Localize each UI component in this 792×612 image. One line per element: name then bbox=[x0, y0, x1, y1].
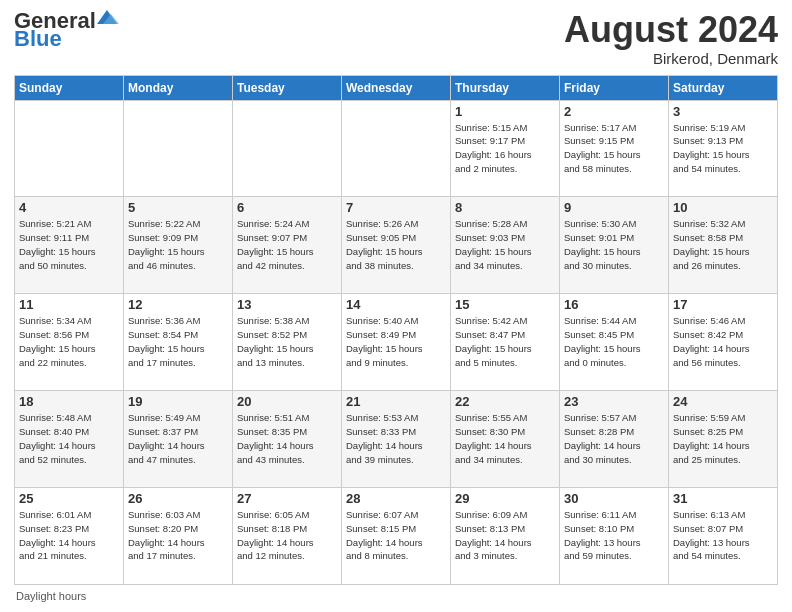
day-number: 6 bbox=[237, 200, 337, 215]
calendar-cell: 17Sunrise: 5:46 AM Sunset: 8:42 PM Dayli… bbox=[669, 294, 778, 391]
calendar-cell: 3Sunrise: 5:19 AM Sunset: 9:13 PM Daylig… bbox=[669, 100, 778, 197]
day-info: Sunrise: 5:19 AM Sunset: 9:13 PM Dayligh… bbox=[673, 121, 773, 176]
day-info: Sunrise: 5:28 AM Sunset: 9:03 PM Dayligh… bbox=[455, 217, 555, 272]
day-number: 26 bbox=[128, 491, 228, 506]
day-number: 11 bbox=[19, 297, 119, 312]
day-number: 28 bbox=[346, 491, 446, 506]
day-number: 3 bbox=[673, 104, 773, 119]
day-number: 17 bbox=[673, 297, 773, 312]
calendar-cell: 6Sunrise: 5:24 AM Sunset: 9:07 PM Daylig… bbox=[233, 197, 342, 294]
day-info: Sunrise: 6:05 AM Sunset: 8:18 PM Dayligh… bbox=[237, 508, 337, 563]
location: Birkerod, Denmark bbox=[564, 50, 778, 67]
calendar-cell: 30Sunrise: 6:11 AM Sunset: 8:10 PM Dayli… bbox=[560, 488, 669, 585]
calendar-cell: 11Sunrise: 5:34 AM Sunset: 8:56 PM Dayli… bbox=[15, 294, 124, 391]
calendar-cell: 28Sunrise: 6:07 AM Sunset: 8:15 PM Dayli… bbox=[342, 488, 451, 585]
day-info: Sunrise: 5:15 AM Sunset: 9:17 PM Dayligh… bbox=[455, 121, 555, 176]
header: General Blue August 2024 Birkerod, Denma… bbox=[14, 10, 778, 67]
day-info: Sunrise: 6:01 AM Sunset: 8:23 PM Dayligh… bbox=[19, 508, 119, 563]
day-number: 29 bbox=[455, 491, 555, 506]
calendar-cell: 7Sunrise: 5:26 AM Sunset: 9:05 PM Daylig… bbox=[342, 197, 451, 294]
col-sunday: Sunday bbox=[15, 75, 124, 100]
calendar-cell: 8Sunrise: 5:28 AM Sunset: 9:03 PM Daylig… bbox=[451, 197, 560, 294]
logo: General Blue bbox=[14, 10, 119, 50]
calendar-cell: 24Sunrise: 5:59 AM Sunset: 8:25 PM Dayli… bbox=[669, 391, 778, 488]
day-info: Sunrise: 5:55 AM Sunset: 8:30 PM Dayligh… bbox=[455, 411, 555, 466]
col-wednesday: Wednesday bbox=[342, 75, 451, 100]
calendar-cell: 10Sunrise: 5:32 AM Sunset: 8:58 PM Dayli… bbox=[669, 197, 778, 294]
calendar-cell: 4Sunrise: 5:21 AM Sunset: 9:11 PM Daylig… bbox=[15, 197, 124, 294]
day-info: Sunrise: 5:51 AM Sunset: 8:35 PM Dayligh… bbox=[237, 411, 337, 466]
calendar-cell bbox=[342, 100, 451, 197]
day-info: Sunrise: 5:57 AM Sunset: 8:28 PM Dayligh… bbox=[564, 411, 664, 466]
day-number: 14 bbox=[346, 297, 446, 312]
calendar-cell: 2Sunrise: 5:17 AM Sunset: 9:15 PM Daylig… bbox=[560, 100, 669, 197]
page: General Blue August 2024 Birkerod, Denma… bbox=[0, 0, 792, 612]
week-row-3: 11Sunrise: 5:34 AM Sunset: 8:56 PM Dayli… bbox=[15, 294, 778, 391]
day-info: Sunrise: 6:03 AM Sunset: 8:20 PM Dayligh… bbox=[128, 508, 228, 563]
day-info: Sunrise: 5:38 AM Sunset: 8:52 PM Dayligh… bbox=[237, 314, 337, 369]
calendar-cell: 23Sunrise: 5:57 AM Sunset: 8:28 PM Dayli… bbox=[560, 391, 669, 488]
calendar-cell: 14Sunrise: 5:40 AM Sunset: 8:49 PM Dayli… bbox=[342, 294, 451, 391]
calendar-cell: 13Sunrise: 5:38 AM Sunset: 8:52 PM Dayli… bbox=[233, 294, 342, 391]
calendar-cell: 25Sunrise: 6:01 AM Sunset: 8:23 PM Dayli… bbox=[15, 488, 124, 585]
calendar-cell: 20Sunrise: 5:51 AM Sunset: 8:35 PM Dayli… bbox=[233, 391, 342, 488]
day-number: 1 bbox=[455, 104, 555, 119]
day-info: Sunrise: 5:22 AM Sunset: 9:09 PM Dayligh… bbox=[128, 217, 228, 272]
month-title: August 2024 bbox=[564, 10, 778, 50]
day-info: Sunrise: 5:34 AM Sunset: 8:56 PM Dayligh… bbox=[19, 314, 119, 369]
col-thursday: Thursday bbox=[451, 75, 560, 100]
day-info: Sunrise: 5:40 AM Sunset: 8:49 PM Dayligh… bbox=[346, 314, 446, 369]
col-tuesday: Tuesday bbox=[233, 75, 342, 100]
day-info: Sunrise: 6:09 AM Sunset: 8:13 PM Dayligh… bbox=[455, 508, 555, 563]
calendar-cell bbox=[233, 100, 342, 197]
calendar-cell: 5Sunrise: 5:22 AM Sunset: 9:09 PM Daylig… bbox=[124, 197, 233, 294]
day-info: Sunrise: 5:48 AM Sunset: 8:40 PM Dayligh… bbox=[19, 411, 119, 466]
calendar-cell: 15Sunrise: 5:42 AM Sunset: 8:47 PM Dayli… bbox=[451, 294, 560, 391]
day-info: Sunrise: 5:21 AM Sunset: 9:11 PM Dayligh… bbox=[19, 217, 119, 272]
calendar-header-row: Sunday Monday Tuesday Wednesday Thursday… bbox=[15, 75, 778, 100]
calendar-cell: 9Sunrise: 5:30 AM Sunset: 9:01 PM Daylig… bbox=[560, 197, 669, 294]
footer-note: Daylight hours bbox=[14, 590, 778, 602]
day-info: Sunrise: 5:59 AM Sunset: 8:25 PM Dayligh… bbox=[673, 411, 773, 466]
day-number: 30 bbox=[564, 491, 664, 506]
day-number: 31 bbox=[673, 491, 773, 506]
col-saturday: Saturday bbox=[669, 75, 778, 100]
day-number: 15 bbox=[455, 297, 555, 312]
day-info: Sunrise: 5:30 AM Sunset: 9:01 PM Dayligh… bbox=[564, 217, 664, 272]
calendar-cell: 26Sunrise: 6:03 AM Sunset: 8:20 PM Dayli… bbox=[124, 488, 233, 585]
day-info: Sunrise: 5:32 AM Sunset: 8:58 PM Dayligh… bbox=[673, 217, 773, 272]
calendar-cell: 21Sunrise: 5:53 AM Sunset: 8:33 PM Dayli… bbox=[342, 391, 451, 488]
day-number: 27 bbox=[237, 491, 337, 506]
logo-icon bbox=[97, 10, 119, 28]
calendar-cell: 22Sunrise: 5:55 AM Sunset: 8:30 PM Dayli… bbox=[451, 391, 560, 488]
calendar-cell: 12Sunrise: 5:36 AM Sunset: 8:54 PM Dayli… bbox=[124, 294, 233, 391]
day-number: 9 bbox=[564, 200, 664, 215]
day-info: Sunrise: 5:24 AM Sunset: 9:07 PM Dayligh… bbox=[237, 217, 337, 272]
day-number: 20 bbox=[237, 394, 337, 409]
day-number: 7 bbox=[346, 200, 446, 215]
calendar-cell: 27Sunrise: 6:05 AM Sunset: 8:18 PM Dayli… bbox=[233, 488, 342, 585]
week-row-1: 1Sunrise: 5:15 AM Sunset: 9:17 PM Daylig… bbox=[15, 100, 778, 197]
day-info: Sunrise: 5:44 AM Sunset: 8:45 PM Dayligh… bbox=[564, 314, 664, 369]
day-info: Sunrise: 5:53 AM Sunset: 8:33 PM Dayligh… bbox=[346, 411, 446, 466]
day-number: 10 bbox=[673, 200, 773, 215]
day-number: 12 bbox=[128, 297, 228, 312]
day-number: 5 bbox=[128, 200, 228, 215]
week-row-5: 25Sunrise: 6:01 AM Sunset: 8:23 PM Dayli… bbox=[15, 488, 778, 585]
calendar-cell: 31Sunrise: 6:13 AM Sunset: 8:07 PM Dayli… bbox=[669, 488, 778, 585]
day-info: Sunrise: 6:07 AM Sunset: 8:15 PM Dayligh… bbox=[346, 508, 446, 563]
day-info: Sunrise: 5:42 AM Sunset: 8:47 PM Dayligh… bbox=[455, 314, 555, 369]
day-number: 2 bbox=[564, 104, 664, 119]
calendar: Sunday Monday Tuesday Wednesday Thursday… bbox=[14, 75, 778, 585]
day-number: 4 bbox=[19, 200, 119, 215]
day-info: Sunrise: 6:13 AM Sunset: 8:07 PM Dayligh… bbox=[673, 508, 773, 563]
day-number: 24 bbox=[673, 394, 773, 409]
calendar-cell: 18Sunrise: 5:48 AM Sunset: 8:40 PM Dayli… bbox=[15, 391, 124, 488]
day-number: 16 bbox=[564, 297, 664, 312]
calendar-cell: 1Sunrise: 5:15 AM Sunset: 9:17 PM Daylig… bbox=[451, 100, 560, 197]
day-number: 19 bbox=[128, 394, 228, 409]
day-info: Sunrise: 5:26 AM Sunset: 9:05 PM Dayligh… bbox=[346, 217, 446, 272]
week-row-2: 4Sunrise: 5:21 AM Sunset: 9:11 PM Daylig… bbox=[15, 197, 778, 294]
calendar-cell: 29Sunrise: 6:09 AM Sunset: 8:13 PM Dayli… bbox=[451, 488, 560, 585]
col-friday: Friday bbox=[560, 75, 669, 100]
